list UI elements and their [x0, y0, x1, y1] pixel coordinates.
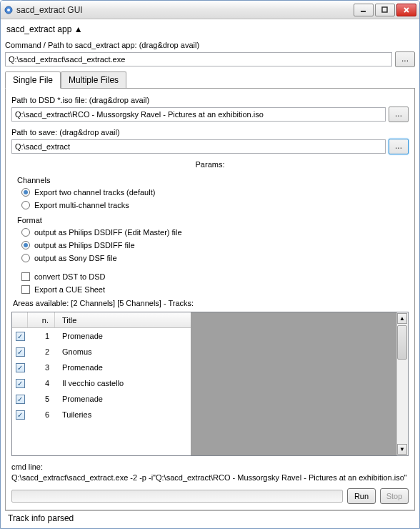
- channels-heading: Channels: [17, 172, 409, 186]
- convert-dst-label: convert DST to DSD: [34, 272, 105, 281]
- track-title: Gnomus: [55, 347, 191, 356]
- track-checkbox[interactable]: ✓: [16, 395, 25, 404]
- tab-panel-single: Path to DSD *.iso file: (drag&drop avail…: [5, 88, 415, 510]
- track-n: 2: [28, 347, 55, 356]
- app-section-header[interactable]: sacd_extract app ▲: [5, 21, 415, 38]
- track-checkbox[interactable]: ✓: [16, 410, 25, 420]
- window-title: sacd_extract GUI: [16, 5, 352, 15]
- tab-single-file[interactable]: Single File: [5, 71, 61, 89]
- export-cue-checkbox[interactable]: [21, 285, 30, 294]
- app-icon: [4, 5, 14, 15]
- save-path-input[interactable]: [11, 139, 386, 154]
- iso-path-input[interactable]: [11, 107, 386, 122]
- scroll-down-icon[interactable]: ▼: [397, 444, 407, 455]
- cmdline-label: cmd line:: [11, 462, 409, 472]
- format-radio-1[interactable]: [21, 241, 30, 249]
- col-title[interactable]: Title: [55, 312, 191, 327]
- command-path-input[interactable]: [5, 52, 392, 66]
- format-radio-0[interactable]: [21, 228, 30, 237]
- track-title: Il vecchio castello: [55, 379, 191, 387]
- scroll-thumb[interactable]: [397, 325, 407, 360]
- export-cue-label: Export a CUE Sheet: [34, 285, 105, 294]
- track-n: 3: [28, 363, 55, 372]
- tracks-list: n. Title ✓1Promenade✓2Gnomus✓3Promenade✓…: [11, 312, 409, 456]
- save-browse-button[interactable]: ...: [389, 139, 409, 154]
- channel-radio-0[interactable]: [21, 188, 30, 197]
- run-button[interactable]: Run: [347, 488, 376, 504]
- svg-point-1: [7, 9, 10, 11]
- col-n[interactable]: n.: [28, 312, 55, 327]
- app-window: sacd_extract GUI sacd_extract app ▲ Comm…: [0, 0, 420, 529]
- svg-rect-3: [382, 7, 387, 12]
- minimize-button[interactable]: [354, 4, 374, 16]
- table-row[interactable]: ✓4Il vecchio castello: [12, 375, 191, 391]
- track-title: Tuileries: [55, 410, 191, 419]
- table-row[interactable]: ✓3Promenade: [12, 360, 191, 375]
- command-browse-button[interactable]: ...: [395, 51, 415, 67]
- progress-bar: [11, 490, 343, 503]
- convert-dst-checkbox[interactable]: [21, 272, 30, 281]
- table-row[interactable]: ✓5Promenade: [12, 391, 191, 407]
- table-row[interactable]: ✓1Promenade: [12, 328, 191, 344]
- track-checkbox[interactable]: ✓: [16, 332, 25, 341]
- track-checkbox[interactable]: ✓: [16, 363, 25, 372]
- track-n: 4: [28, 379, 55, 387]
- tracks-scrollbar[interactable]: ▲ ▼: [396, 312, 408, 455]
- save-label: Path to save: (drag&drop avail): [11, 125, 409, 139]
- channel-radio-label: Export two channel tracks (default): [34, 188, 155, 197]
- tab-multiple-files[interactable]: Multiple Files: [61, 71, 126, 88]
- table-row[interactable]: ✓2Gnomus: [12, 344, 191, 360]
- scroll-up-icon[interactable]: ▲: [397, 313, 407, 324]
- track-checkbox[interactable]: ✓: [16, 347, 25, 357]
- track-n: 6: [28, 410, 55, 419]
- status-bar: Track info parsed: [5, 510, 415, 525]
- iso-label: Path to DSD *.iso file: (drag&drop avail…: [11, 93, 409, 107]
- format-radio-label: output as Philips DSDIFF (Edit Master) f…: [34, 228, 182, 237]
- format-heading: Format: [17, 212, 409, 226]
- titlebar: sacd_extract GUI: [1, 1, 419, 19]
- close-button[interactable]: [396, 4, 416, 16]
- stop-button[interactable]: Stop: [380, 488, 409, 504]
- svg-line-5: [404, 8, 409, 12]
- track-n: 5: [28, 395, 55, 403]
- cmdline-value: Q:\sacd_extract\sacd_extract.exe -2 -p -…: [11, 473, 409, 483]
- command-label: Command / Path to sacd_extract app: (dra…: [5, 38, 415, 51]
- tracks-header: n. Title: [12, 312, 191, 328]
- format-radio-label: output as Sony DSF file: [34, 254, 117, 262]
- track-n: 1: [28, 332, 55, 340]
- track-title: Promenade: [55, 332, 191, 340]
- table-row[interactable]: ✓6Tuileries: [12, 407, 191, 422]
- svg-line-4: [404, 8, 409, 12]
- channel-radio-1[interactable]: [21, 201, 30, 209]
- track-title: Promenade: [55, 395, 191, 403]
- maximize-button[interactable]: [375, 4, 395, 16]
- areas-label: Areas available: [2 Channels] [5 Channel…: [11, 296, 409, 310]
- format-radio-label: output as Philips DSDIFF file: [34, 241, 135, 249]
- params-heading: Params:: [11, 157, 409, 172]
- track-checkbox[interactable]: ✓: [16, 379, 25, 388]
- channel-radio-label: Export multi-channel tracks: [34, 201, 129, 209]
- format-radio-2[interactable]: [21, 254, 30, 262]
- iso-browse-button[interactable]: ...: [389, 107, 409, 122]
- track-title: Promenade: [55, 363, 191, 372]
